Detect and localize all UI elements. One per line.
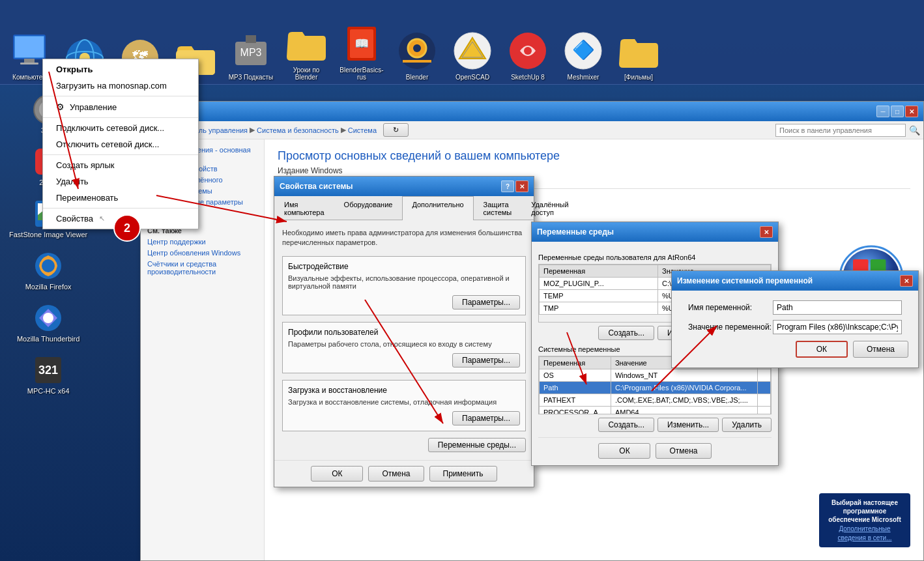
desktop-icon-thunderbird[interactable]: Mozilla Thunderbird [7,300,90,345]
sys-var-scroll-2 [758,382,771,394]
top-icon-podcasts[interactable]: MP3 MP3 Подкасты [228,30,274,81]
user-var-name-1: MOZ_PLUGIN_P... [540,278,658,290]
close-button[interactable]: ✕ [905,106,918,117]
ctrl-panel-controls: ─ □ ✕ [876,106,918,117]
sys-var-name-3: PATHEXT [540,394,611,407]
sys-vars-buttons: Создать... Изменить... Удалить [538,418,772,432]
separator-3 [43,154,198,155]
change-var-close-button[interactable]: ✕ [900,275,913,287]
breadcrumb-system[interactable]: Система [348,126,377,134]
var-name-input[interactable] [773,300,902,315]
change-var-title: Изменение системной переменной [677,276,813,285]
sys-delete-button[interactable]: Удалить [722,418,772,432]
page-title: Просмотр основных сведений о вашем компь… [278,149,910,163]
svg-text:321: 321 [38,364,58,377]
svg-text:🔷: 🔷 [572,39,595,61]
table-row[interactable]: PATHEXT .COM;.EXE;.BAT;.CMD;.VBS;.VBE;.J… [540,394,771,407]
table-row[interactable]: Path C:\Program Files (x86)\NVIDIA Corpo… [540,382,771,394]
table-row[interactable]: OS Windows_NT [540,369,771,382]
sep-2: ▶ [341,126,346,134]
context-menu-properties[interactable]: Свойства ↖ [43,210,198,227]
env-vars-titlebar: Переменные среды ✕ [532,222,778,242]
sys-var-value-3: .COM;.EXE;.BAT;.CMD;.VBS;.VBE;.JS;.... [611,394,757,407]
sys-props-close-button[interactable]: ✕ [515,180,528,192]
tab-protection[interactable]: Защита системы [474,196,522,220]
context-menu-manage[interactable]: ⚙ Управление [43,98,198,115]
top-icon-films[interactable]: [Фильмы] [616,30,661,81]
env-vars-close-button[interactable]: ✕ [760,226,773,238]
env-vars-footer: ОК Отмена [538,437,772,459]
top-icon-blender[interactable]: Blender [394,30,440,81]
user-vars-section-title: Переменные среды пользователя для AtRon6… [538,253,772,261]
svg-text:MP3: MP3 [240,47,262,58]
address-bar: ◀ ▶ Панель управления ▶ Система и безопа… [141,121,923,139]
breadcrumb-system-security[interactable]: Система и безопасность [257,126,339,134]
sys-props-apply-button[interactable]: Применить [429,466,497,482]
tab-advanced[interactable]: Дополнительно [402,196,473,220]
meshmixer-icon: 🔷 [562,30,604,72]
table-row[interactable]: PROCESSOR_A... AMD64 [540,407,771,415]
open-label: Открыть [56,65,93,74]
tab-remote[interactable]: Удалённый доступ [521,196,578,220]
search-input[interactable] [775,124,906,137]
top-icon-openscad[interactable]: OpenSCAD [450,30,495,81]
svg-text:📖: 📖 [354,36,369,51]
context-menu-open[interactable]: Открыть [43,61,198,78]
startup-section: Загрузка и восстановление Загрузка и вос… [282,380,526,431]
context-menu-create-shortcut[interactable]: Создать ярлык [43,157,198,173]
search-icon[interactable]: 🔍 [909,125,920,136]
minimize-button[interactable]: ─ [876,106,889,117]
mpc-icon: 321 [33,354,64,386]
change-var-content: Имя переменной: Значение переменной: ОК … [672,291,918,367]
firefox-label: Mozilla Firefox [25,283,72,291]
startup-params-button[interactable]: Параметры... [452,411,520,425]
top-icon-meshmixer[interactable]: 🔷 Meshmixer [560,30,606,81]
context-menu: Открыть Загрузить на monosnap.com ⚙ Упра… [42,59,199,229]
sys-create-button[interactable]: Создать... [598,418,654,432]
change-var-cancel-button[interactable]: Отмена [853,341,908,358]
context-menu-rename[interactable]: Переименовать [43,190,198,206]
env-vars-cancel-button[interactable]: Отмена [656,443,711,459]
var-value-label: Значение переменной: [688,323,773,332]
edition-label: Издание Windows [278,166,910,175]
context-menu-delete[interactable]: Удалить [43,173,198,190]
env-vars-ok-button[interactable]: ОК [598,443,650,459]
context-menu-disconnect-disk[interactable]: Отключить сетевой диск... [43,136,198,152]
user-create-button[interactable]: Создать... [598,326,654,340]
sys-props-content: Необходимо иметь права администратора дл… [274,220,534,460]
desktop-icon-mpc[interactable]: 321 MPC-HC x64 [7,352,90,397]
rename-label: Переименовать [56,193,118,203]
sys-props-ok-button[interactable]: ОК [311,466,363,482]
sidebar-link-support[interactable]: Центр поддержки [147,238,257,246]
top-icon-blender-tut[interactable]: Уроки по Blender [283,23,329,81]
change-var-window: Изменение системной переменной ✕ Имя пер… [671,270,919,368]
startup-desc: Загрузка и восстановление системы, отлад… [288,398,520,406]
sidebar-link-update[interactable]: Центр обновления Windows [147,249,257,257]
top-icon-blenderbasics[interactable]: 📖 BlenderBasics-rus [339,23,384,81]
sys-change-button[interactable]: Изменить... [657,418,719,432]
var-value-input[interactable] [773,320,902,334]
desktop-icon-firefox[interactable]: Mozilla Firefox [7,248,90,293]
svg-point-38 [43,313,53,323]
env-vars-button[interactable]: Переменные среды... [428,438,526,452]
sys-props-help-button[interactable]: ? [501,180,514,192]
context-menu-connect-disk[interactable]: Подключить сетевой диск... [43,120,198,136]
sidebar-link-performance[interactable]: Счётчики и средства производительности [147,260,257,276]
top-icon-sketchup[interactable]: SketchUp 8 [505,30,551,81]
ms-branding-text: Выбирай настоящее программное обеспечени… [824,498,905,524]
delete-label: Удалить [56,177,89,186]
context-menu-monosnap[interactable]: Загрузить на monosnap.com [43,78,198,94]
sys-props-cancel-button[interactable]: Отмена [368,466,424,482]
tab-hardware[interactable]: Оборудование [334,196,403,220]
profiles-params-button[interactable]: Параметры... [452,353,520,367]
sys-var-value-4: AMD64 [611,407,757,415]
sys-props-title: Свойства системы [280,182,353,191]
refresh-button[interactable]: ↻ [383,123,409,137]
change-var-ok-button[interactable]: ОК [796,341,848,358]
perf-params-button[interactable]: Параметры... [452,295,520,309]
maximize-button[interactable]: □ [891,106,904,117]
svg-point-18 [413,44,421,52]
tab-computer-name[interactable]: Имя компьютера [274,196,334,220]
ms-more-info-link[interactable]: Дополнительные сведения в сети... [837,525,891,541]
svg-rect-12 [246,35,256,43]
